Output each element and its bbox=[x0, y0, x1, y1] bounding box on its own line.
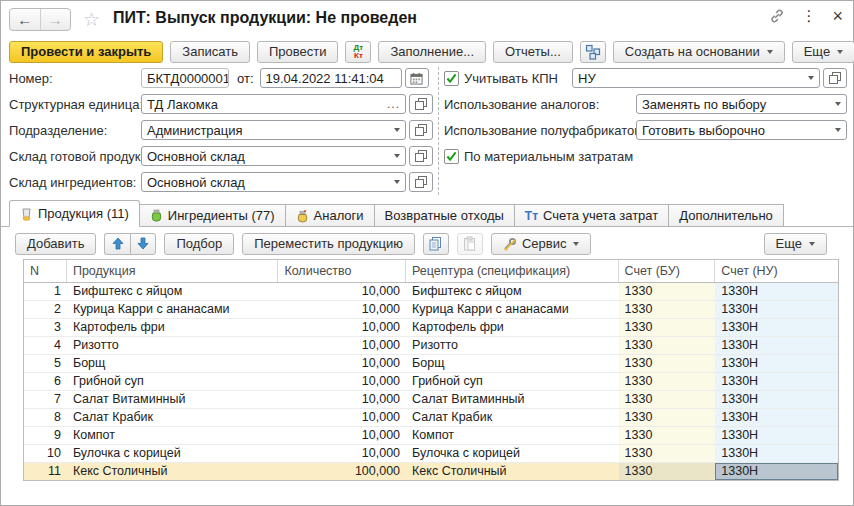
cell-recipe[interactable]: Борщ bbox=[406, 355, 618, 373]
cell-quantity[interactable]: 100,000 bbox=[278, 463, 406, 481]
date-field[interactable]: 19.04.2022 11:41:04 bbox=[260, 68, 402, 88]
cell-row-number[interactable]: 4 bbox=[24, 337, 67, 355]
move-down-button[interactable] bbox=[130, 233, 156, 255]
dtkt-postings-button[interactable]: ДтКт bbox=[345, 41, 371, 63]
cell-row-number[interactable]: 7 bbox=[24, 391, 67, 409]
cell-account-nu[interactable]: 1330Н bbox=[715, 283, 838, 301]
cell-product[interactable]: Ризотто bbox=[67, 337, 278, 355]
cell-recipe[interactable]: Картофель фри bbox=[406, 319, 618, 337]
cell-account-nu[interactable]: 1330Н bbox=[715, 337, 838, 355]
cell-recipe[interactable]: Салат Витаминный bbox=[406, 391, 618, 409]
cell-account-bu[interactable]: 1330 bbox=[619, 409, 716, 427]
tab-analogs[interactable]: * Аналоги bbox=[286, 204, 375, 227]
fill-button[interactable]: Заполнение... bbox=[378, 41, 486, 63]
cell-quantity[interactable]: 10,000 bbox=[278, 373, 406, 391]
reports-button[interactable]: Отчеты... bbox=[493, 41, 573, 63]
cell-account-bu[interactable]: 1330 bbox=[619, 301, 716, 319]
open-department-button[interactable] bbox=[409, 120, 433, 140]
paste-button[interactable] bbox=[457, 233, 483, 255]
open-structural-unit-button[interactable] bbox=[409, 94, 433, 114]
cell-quantity[interactable]: 10,000 bbox=[278, 409, 406, 427]
cell-quantity[interactable]: 10,000 bbox=[278, 283, 406, 301]
cell-row-number[interactable]: 8 bbox=[24, 409, 67, 427]
link-icon[interactable] bbox=[769, 8, 785, 24]
col-header-account-bu[interactable]: Счет (БУ) bbox=[619, 260, 716, 282]
fg-warehouse-field[interactable]: Основной склад bbox=[141, 146, 406, 166]
cell-account-bu[interactable]: 1330 bbox=[619, 445, 716, 463]
cell-product[interactable]: Салат Крабик bbox=[67, 409, 278, 427]
cell-row-number[interactable]: 2 bbox=[24, 301, 67, 319]
cell-product[interactable]: Компот bbox=[67, 427, 278, 445]
cell-account-bu[interactable]: 1330 bbox=[619, 283, 716, 301]
table-row[interactable]: 10 Булочка с корицей 10,000 Булочка с ко… bbox=[23, 445, 839, 463]
open-ing-warehouse-button[interactable] bbox=[409, 172, 433, 192]
chevron-down-icon[interactable] bbox=[394, 180, 400, 184]
number-field[interactable]: БКТД0000001 bbox=[141, 68, 229, 88]
table-more-button[interactable]: Еще bbox=[764, 233, 827, 255]
forward-button[interactable]: → bbox=[41, 9, 71, 30]
cell-account-nu[interactable]: 1330Н bbox=[715, 319, 838, 337]
more-actions-button[interactable]: Еще bbox=[792, 41, 854, 63]
table-row[interactable]: 9 Компот 10,000 Компот 1330 1330Н bbox=[23, 427, 839, 445]
cell-row-number[interactable]: 9 bbox=[24, 427, 67, 445]
chevron-down-icon[interactable] bbox=[835, 128, 841, 132]
cell-account-bu[interactable]: 1330 bbox=[619, 337, 716, 355]
cell-recipe[interactable]: Булочка с корицей bbox=[406, 445, 618, 463]
cell-quantity[interactable]: 10,000 bbox=[278, 391, 406, 409]
table-row[interactable]: 5 Борщ 10,000 Борщ 1330 1330Н bbox=[23, 355, 839, 373]
calendar-button[interactable] bbox=[405, 68, 429, 88]
cell-row-number[interactable]: 6 bbox=[24, 373, 67, 391]
close-icon[interactable]: × bbox=[832, 7, 843, 25]
table-row[interactable]: 6 Грибной суп 10,000 Грибной суп 1330 13… bbox=[23, 373, 839, 391]
cell-account-bu[interactable]: 1330 bbox=[619, 463, 716, 481]
material-costs-checkbox[interactable] bbox=[444, 149, 459, 164]
chevron-down-icon[interactable] bbox=[394, 154, 400, 158]
cell-account-nu[interactable]: 1330Н bbox=[715, 355, 838, 373]
cell-quantity[interactable]: 10,000 bbox=[278, 427, 406, 445]
post-button[interactable]: Провести bbox=[257, 41, 339, 63]
cell-product[interactable]: Кекс Столичный bbox=[67, 463, 278, 481]
choose-ellipsis-icon[interactable]: ... bbox=[387, 97, 400, 111]
chevron-down-icon[interactable] bbox=[835, 102, 841, 106]
cell-recipe[interactable]: Салат Крабик bbox=[406, 409, 618, 427]
table-row[interactable]: 8 Салат Крабик 10,000 Салат Крабик 1330 … bbox=[23, 409, 839, 427]
table-row[interactable]: 11 Кекс Столичный 100,000 Кекс Столичный… bbox=[23, 463, 839, 481]
tab-products[interactable]: Продукция (11) bbox=[9, 200, 140, 227]
cell-quantity[interactable]: 10,000 bbox=[278, 355, 406, 373]
cell-product[interactable]: Борщ bbox=[67, 355, 278, 373]
cell-quantity[interactable]: 10,000 bbox=[278, 445, 406, 463]
cell-row-number[interactable]: 5 bbox=[24, 355, 67, 373]
cell-account-nu[interactable]: 1330Н bbox=[715, 427, 838, 445]
col-header-n[interactable]: N bbox=[24, 260, 67, 282]
structure-button[interactable] bbox=[580, 41, 606, 63]
cell-product[interactable]: Салат Витаминный bbox=[67, 391, 278, 409]
cell-account-bu[interactable]: 1330 bbox=[619, 355, 716, 373]
col-header-product[interactable]: Продукция bbox=[67, 260, 278, 282]
cell-recipe[interactable]: Грибной суп bbox=[406, 373, 618, 391]
analogs-field[interactable]: Заменять по выбору bbox=[636, 94, 847, 114]
table-row[interactable]: 2 Курица Карри с ананасами 10,000 Курица… bbox=[23, 301, 839, 319]
cell-account-nu[interactable]: 1330Н bbox=[715, 463, 838, 481]
tab-return-waste[interactable]: Возвратные отходы bbox=[375, 204, 515, 227]
cell-product[interactable]: Картофель фри bbox=[67, 319, 278, 337]
cell-recipe[interactable]: Бифштекс с яйцом bbox=[406, 283, 618, 301]
cell-account-bu[interactable]: 1330 bbox=[619, 427, 716, 445]
semifinished-field[interactable]: Готовить выборочно bbox=[636, 120, 847, 140]
save-button[interactable]: Записать bbox=[170, 41, 250, 63]
tab-additional[interactable]: Дополнительно bbox=[669, 204, 784, 227]
cell-row-number[interactable]: 11 bbox=[24, 463, 67, 481]
cell-quantity[interactable]: 10,000 bbox=[278, 319, 406, 337]
cell-row-number[interactable]: 1 bbox=[24, 283, 67, 301]
col-header-qty[interactable]: Количество bbox=[278, 260, 406, 282]
cell-account-nu[interactable]: 1330Н bbox=[715, 391, 838, 409]
cell-recipe[interactable]: Ризотто bbox=[406, 337, 618, 355]
cell-account-nu[interactable]: 1330Н bbox=[715, 445, 838, 463]
tab-ingredients[interactable]: Ингредиенты (77) bbox=[140, 204, 286, 227]
back-button[interactable]: ← bbox=[10, 9, 41, 30]
chevron-down-icon[interactable] bbox=[394, 128, 400, 132]
move-products-button[interactable]: Переместить продукцию bbox=[242, 233, 415, 255]
col-header-recipe[interactable]: Рецептура (спецификация) bbox=[406, 260, 618, 282]
cell-quantity[interactable]: 10,000 bbox=[278, 301, 406, 319]
create-based-on-button[interactable]: Создать на основании bbox=[613, 41, 785, 63]
more-menu-icon[interactable]: ⋮ bbox=[801, 7, 816, 25]
